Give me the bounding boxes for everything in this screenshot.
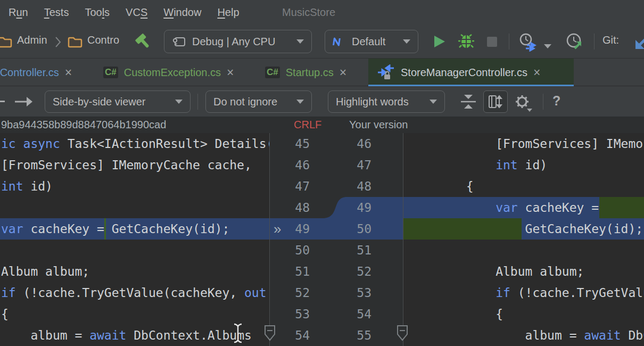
right-line-numbers: 46474849505152535455 xyxy=(331,133,371,346)
left-code-pane[interactable]: ic async Task<IActionResult> Details([Fr… xyxy=(1,133,269,346)
code-line[interactable]: if (!cache.TryGetValue(cacheKey, out alb… xyxy=(407,282,644,303)
line-number: 51 xyxy=(331,240,371,261)
profile-dropdown[interactable]: Default xyxy=(325,30,418,53)
next-change-icon[interactable] xyxy=(14,95,34,109)
change-chevron-marker[interactable]: » xyxy=(274,218,281,240)
line-number: 51 xyxy=(269,261,310,282)
run-config-icon xyxy=(172,35,186,48)
menu-help[interactable]: Help xyxy=(217,6,239,19)
diff-header: 9ba944358b89d8847064b1990cad CRLF Your v… xyxy=(0,117,644,133)
viewer-mode-label: Side-by-side viewer xyxy=(53,96,146,108)
run-config-label: Debug | Any CPU xyxy=(192,36,275,48)
code-line[interactable]: [FromServices] IMemoryCache cache, xyxy=(407,133,644,154)
fold-marker-icon[interactable] xyxy=(396,325,409,342)
code-line[interactable]: int id) xyxy=(407,154,644,176)
line-number: 53 xyxy=(331,282,371,303)
chevron-down-icon[interactable] xyxy=(544,44,551,48)
debug-button[interactable] xyxy=(458,34,475,50)
profiler-config-icon xyxy=(333,36,345,47)
git-label: Git: xyxy=(602,34,619,46)
fold-marker-icon[interactable] xyxy=(263,325,276,342)
left-line-numbers: 45464748495051525354 xyxy=(269,133,310,346)
collapse-unchanged-icon[interactable] xyxy=(459,94,478,109)
close-icon[interactable]: × xyxy=(533,67,540,79)
prev-change-icon[interactable] xyxy=(0,101,5,102)
line-number: 46 xyxy=(269,154,310,176)
tab-storemanagercontroller[interactable]: StoreManagerController.cs × xyxy=(368,59,574,86)
breadcrumb-chevron-icon xyxy=(54,36,62,48)
right-version-title: Your version xyxy=(349,119,408,131)
code-line[interactable]: album = await DbContext.Albums xyxy=(1,325,269,346)
close-icon[interactable]: × xyxy=(227,67,234,79)
run-configuration-dropdown[interactable]: Debug | Any CPU xyxy=(164,30,312,53)
help-icon[interactable]: ? xyxy=(552,93,560,109)
diff-body: ic async Task<IActionResult> Details([Fr… xyxy=(0,133,644,346)
ignore-mode-label: Do not ignore xyxy=(213,96,277,108)
editor-tab-bar: rController.cs × C# CustomException.cs ×… xyxy=(0,59,644,86)
csharp-icon: C# xyxy=(265,67,280,78)
profiler-history-icon[interactable] xyxy=(518,32,539,52)
code-line[interactable]: var cacheKey = xyxy=(407,197,644,218)
close-icon[interactable]: × xyxy=(65,67,72,79)
line-number: 52 xyxy=(269,282,310,303)
tab-controller[interactable]: rController.cs × xyxy=(0,59,80,86)
code-line[interactable]: Album album; xyxy=(407,261,644,282)
text-cursor xyxy=(232,323,244,344)
code-line[interactable]: Album album; xyxy=(1,261,269,282)
git-update-icon[interactable] xyxy=(634,35,644,50)
folder-icon xyxy=(0,35,13,48)
chevron-down-icon xyxy=(430,100,437,104)
menu-run[interactable]: Run xyxy=(9,6,28,19)
line-number: 48 xyxy=(269,197,310,218)
line-number: 53 xyxy=(269,303,310,325)
highlight-mode-dropdown[interactable]: Highlight words xyxy=(328,90,445,113)
code-line[interactable]: { xyxy=(407,176,644,197)
line-number: 47 xyxy=(331,154,371,176)
profile-running-app-icon[interactable] xyxy=(565,32,585,52)
line-number: 49 xyxy=(331,197,371,218)
csharp-icon: C# xyxy=(103,67,118,78)
code-line[interactable]: album = await DbContext.Albums xyxy=(407,325,644,346)
line-number: 48 xyxy=(331,176,371,197)
code-line[interactable]: { xyxy=(407,303,644,325)
tab-label: CustomException.cs xyxy=(124,67,221,79)
tab-startup[interactable]: C# Startup.cs × xyxy=(257,59,355,86)
code-line[interactable]: GetCacheKey(id); xyxy=(407,218,644,240)
menu-tests[interactable]: Tests xyxy=(44,6,69,19)
code-line[interactable] xyxy=(1,240,269,261)
build-hammer-icon[interactable] xyxy=(133,31,153,52)
code-line[interactable]: ic async Task<IActionResult> Details( xyxy=(1,133,269,154)
sync-scroll-toggle[interactable] xyxy=(483,90,508,113)
stop-button[interactable] xyxy=(487,37,497,47)
window-title: MusicStore xyxy=(282,6,335,19)
line-number: 52 xyxy=(331,261,371,282)
close-icon[interactable]: × xyxy=(340,67,346,79)
code-line[interactable] xyxy=(407,240,644,261)
chevron-down-icon xyxy=(296,39,304,44)
profile-label: Default xyxy=(352,36,385,48)
gear-icon[interactable] xyxy=(513,93,534,113)
line-ending-badge[interactable]: CRLF xyxy=(294,119,321,131)
code-line[interactable]: { xyxy=(1,303,269,325)
run-button[interactable] xyxy=(433,35,447,48)
menu-tools[interactable]: Tools xyxy=(85,6,110,19)
breadcrumb-admin[interactable]: Admin xyxy=(17,34,47,46)
code-line[interactable]: if (!cache.TryGetValue(cacheKey, out alb… xyxy=(1,282,269,303)
tab-customexception[interactable]: C# CustomException.cs × xyxy=(95,59,242,86)
line-number: 45 xyxy=(269,133,310,154)
ignore-mode-dropdown[interactable]: Do not ignore xyxy=(205,90,312,113)
chevron-down-icon xyxy=(403,39,410,44)
menu-items: RunTestsToolsVCSWindowHelp xyxy=(0,6,240,19)
menu-vcs[interactable]: VCS xyxy=(126,6,147,19)
code-line[interactable]: var cacheKey = GetCacheKey(id); xyxy=(1,218,269,240)
pane-separator[interactable] xyxy=(403,133,403,346)
menu-window[interactable]: Window xyxy=(163,6,201,19)
breadcrumb-controllers[interactable]: Contro xyxy=(87,34,119,46)
code-line[interactable] xyxy=(1,197,269,218)
code-line[interactable]: int id) xyxy=(1,176,269,197)
code-line[interactable]: [FromServices] IMemoryCache cache, xyxy=(1,154,269,176)
viewer-mode-dropdown[interactable]: Side-by-side viewer xyxy=(45,90,191,113)
line-number: 55 xyxy=(331,325,371,346)
line-number: 47 xyxy=(269,176,310,197)
right-code-pane[interactable]: [FromServices] IMemoryCache cache, int i… xyxy=(407,133,644,346)
